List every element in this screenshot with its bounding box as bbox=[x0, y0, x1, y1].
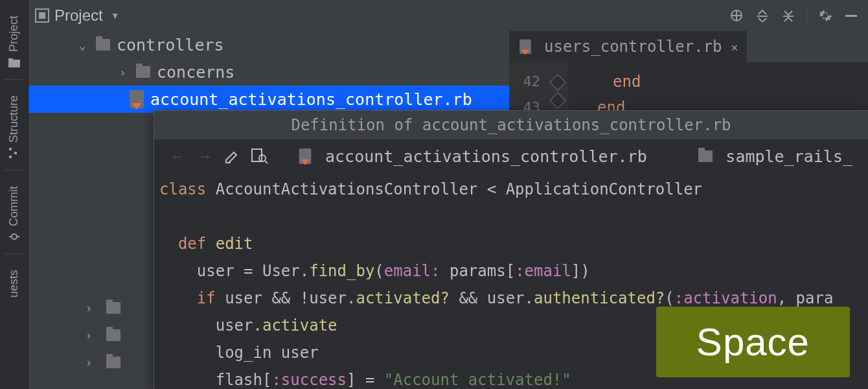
chevron-right-icon: › bbox=[87, 301, 96, 315]
forward-icon[interactable]: → bbox=[197, 147, 212, 165]
folder-icon bbox=[136, 66, 150, 78]
svg-rect-11 bbox=[845, 15, 857, 17]
project-view-icon bbox=[35, 8, 49, 23]
rail-label: Project bbox=[7, 16, 21, 52]
tree-folder-controllers[interactable]: ⌄ controllers bbox=[29, 31, 509, 58]
chevron-right-icon[interactable]: › bbox=[119, 65, 131, 79]
keypress-overlay: Space bbox=[656, 307, 850, 377]
expand-all-icon[interactable] bbox=[752, 5, 773, 26]
rail-divider bbox=[5, 170, 24, 171]
ruby-file-icon bbox=[520, 40, 531, 54]
folder-icon bbox=[698, 150, 713, 162]
collapse-all-icon[interactable] bbox=[778, 5, 799, 26]
folder-icon bbox=[8, 56, 21, 69]
tree-label: controllers bbox=[117, 36, 224, 54]
folder-icon bbox=[106, 329, 120, 341]
fold-end-marker-icon[interactable] bbox=[549, 74, 565, 90]
svg-point-3 bbox=[12, 234, 17, 239]
chevron-down-icon[interactable]: ⌄ bbox=[79, 38, 91, 52]
quick-definition-project-path: sample_rails_ bbox=[698, 147, 852, 166]
svg-rect-0 bbox=[9, 148, 12, 150]
keypress-label: Space bbox=[696, 320, 810, 364]
chevron-down-icon[interactable]: ▼ bbox=[111, 10, 120, 21]
svg-line-15 bbox=[265, 161, 268, 163]
rail-label: Commit bbox=[7, 186, 21, 226]
divider bbox=[806, 6, 807, 25]
back-icon[interactable]: ← bbox=[170, 147, 185, 165]
gear-icon[interactable] bbox=[815, 5, 836, 26]
commit-icon bbox=[8, 230, 21, 243]
tab-label: users_controller.rb bbox=[544, 38, 722, 56]
show-source-icon[interactable] bbox=[251, 148, 268, 164]
chevron-right-icon: › bbox=[87, 329, 96, 342]
rail-label: uests bbox=[7, 270, 21, 298]
project-tool-header: Project ▼ bbox=[29, 0, 868, 31]
rail-project[interactable]: Project bbox=[7, 3, 21, 77]
quick-definition-title: Definition of account_activations_contro… bbox=[154, 111, 868, 139]
quick-definition-file: account_activations_controller.rb bbox=[298, 147, 647, 166]
editor-tabs: users_controller.rb ✕ bbox=[509, 31, 868, 62]
tree-label: account_activations_controller.rb bbox=[150, 90, 472, 109]
project-view-title[interactable]: Project bbox=[54, 6, 103, 25]
rail-divider bbox=[5, 253, 24, 254]
folder-icon bbox=[106, 302, 120, 314]
line-number: 42 bbox=[509, 69, 540, 95]
tree-label: concerns bbox=[157, 63, 234, 82]
editor-tab-users-controller[interactable]: users_controller.rb ✕ bbox=[509, 31, 747, 62]
hide-icon[interactable] bbox=[841, 5, 862, 26]
fold-end-marker-icon[interactable] bbox=[549, 92, 565, 108]
file-name-label: account_activations_controller.rb bbox=[325, 147, 647, 166]
ruby-file-icon bbox=[130, 90, 144, 108]
rail-requests[interactable]: uests bbox=[7, 257, 21, 305]
folder-icon bbox=[106, 357, 120, 368]
ruby-file-icon bbox=[299, 148, 312, 164]
structure-icon bbox=[8, 147, 21, 159]
project-path-label: sample_rails_ bbox=[725, 147, 852, 166]
svg-rect-2 bbox=[14, 152, 17, 154]
rail-label: Structure bbox=[7, 95, 21, 143]
rail-divider bbox=[5, 79, 24, 80]
edit-source-icon[interactable] bbox=[224, 148, 240, 164]
folder-icon bbox=[96, 39, 110, 51]
select-opened-file-icon[interactable] bbox=[726, 5, 747, 26]
chevron-right-icon: › bbox=[87, 356, 96, 370]
rail-commit[interactable]: Commit bbox=[7, 173, 21, 251]
tree-folder-concerns[interactable]: › concerns bbox=[29, 58, 509, 86]
tree-file-account-activations[interactable]: account_activations_controller.rb bbox=[29, 86, 509, 113]
quick-definition-toolbar: ← → account_activations_controller.rb sa… bbox=[154, 139, 868, 173]
close-icon[interactable]: ✕ bbox=[731, 40, 738, 54]
rail-structure[interactable]: Structure bbox=[7, 82, 21, 167]
main-area: Project ▼ ⌄ controllers › bbox=[29, 0, 868, 389]
svg-rect-1 bbox=[9, 156, 12, 158]
left-tool-rail: Project Structure Commit uests bbox=[0, 0, 29, 389]
code-token: end bbox=[582, 73, 641, 91]
